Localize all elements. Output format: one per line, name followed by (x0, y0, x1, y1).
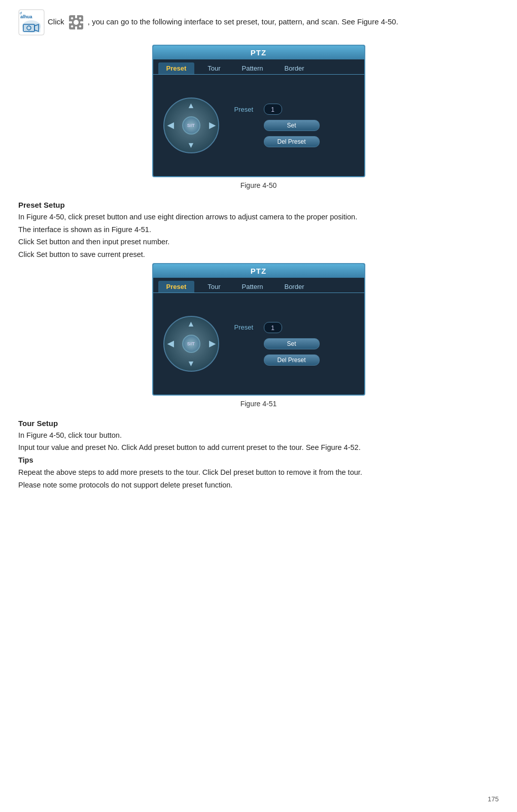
tips-label: Tips (18, 456, 33, 464)
header-text: Click , you can go to the following inte… (48, 14, 398, 30)
directional-pad-51[interactable]: ▲ ▼ ◀ ▶ SIT (163, 316, 219, 372)
preset-row-50: Preset 1 (234, 104, 354, 115)
preset-setup-line-3: Click Set button and then input preset n… (18, 236, 499, 248)
dpad-left-arrow-51[interactable]: ◀ (167, 340, 174, 348)
ptz-controls-right-51: Preset 1 Set Del Preset (234, 322, 354, 366)
svg-rect-13 (80, 21, 83, 23)
dpad-down-arrow-50[interactable]: ▼ (187, 141, 195, 149)
dpad-left-arrow-50[interactable]: ◀ (167, 121, 174, 129)
preset-label-51: Preset (234, 323, 259, 331)
preset-setup-body: In Figure 4-50, click preset button and … (18, 211, 499, 261)
ptz-controls-right-50: Preset 1 Set Del Preset (234, 104, 354, 147)
preset-setup-line-1: In Figure 4-50, click preset button and … (18, 211, 499, 223)
tour-setup-title: Tour Setup (18, 419, 499, 428)
page-number: 175 (488, 795, 499, 803)
dpad-center-btn-51[interactable]: SIT (182, 335, 200, 353)
svg-point-9 (74, 20, 79, 25)
directional-pad-50[interactable]: ▲ ▼ ◀ ▶ SIT (163, 98, 219, 153)
ptz-tab-border-50[interactable]: Border (276, 62, 312, 74)
svg-rect-11 (75, 26, 77, 29)
ptz-title-bar-51: PTZ (153, 264, 364, 278)
tour-setup-line-1: In Figure 4-50, click tour button. (18, 429, 499, 442)
figure-51-caption: Figure 4-51 (18, 400, 499, 408)
preset-row-51: Preset 1 (234, 322, 354, 333)
ptz-tab-preset-50[interactable]: Preset (158, 62, 195, 74)
dahua-logo-icon: alhua d (18, 9, 45, 36)
ptz-tab-border-51[interactable]: Border (276, 281, 312, 293)
set-button-51[interactable]: Set (264, 338, 320, 349)
ptz-tabs-50: Preset Tour Pattern Border (153, 59, 364, 75)
preset-setup-line-2: The interface is shown as in Figure 4-51… (18, 223, 499, 236)
tour-setup-line-2: Input tour value and preset No. Click Ad… (18, 441, 499, 454)
preset-setup-title: Preset Setup (18, 201, 499, 209)
ptz-tab-pattern-51[interactable]: Pattern (234, 281, 271, 293)
figure-50-dialog: PTZ Preset Tour Pattern Border ▲ ▼ ◀ ▶ S… (152, 45, 365, 177)
dpad-right-arrow-51[interactable]: ▶ (209, 340, 215, 348)
svg-rect-10 (75, 15, 77, 18)
preset-num-box-50[interactable]: 1 (264, 104, 282, 115)
set-btn-row-50: Set (234, 120, 354, 131)
dpad-down-arrow-51[interactable]: ▼ (187, 360, 195, 368)
ptz-tab-pattern-50[interactable]: Pattern (234, 62, 271, 74)
preset-label-50: Preset (234, 106, 259, 113)
ptz-tabs-51: Preset Tour Pattern Border (153, 278, 364, 293)
header-section: alhua d Click , you can go to the follow… (18, 9, 499, 36)
dpad-right-arrow-50[interactable]: ▶ (209, 121, 215, 129)
dpad-up-arrow-51[interactable]: ▲ (187, 320, 195, 328)
ptz-body-50: ▲ ▼ ◀ ▶ SIT Preset 1 Set Del Preset (153, 75, 364, 176)
del-preset-row-50: Del Preset (234, 136, 354, 147)
tips-line-2: Please note some protocols do not suppor… (18, 479, 499, 492)
svg-rect-12 (69, 21, 72, 23)
del-preset-button-50[interactable]: Del Preset (264, 136, 320, 147)
ptz-tab-tour-51[interactable]: Tour (199, 281, 228, 293)
preset-setup-line-4: Click Set button to save current preset. (18, 248, 499, 261)
ptz-body-51: ▲ ▼ ◀ ▶ SIT Preset 1 Set Del Preset (153, 293, 364, 395)
dpad-up-arrow-50[interactable]: ▲ (187, 102, 195, 110)
set-btn-row-51: Set (234, 338, 354, 349)
set-button-50[interactable]: Set (264, 120, 320, 131)
tour-setup-body: In Figure 4-50, click tour button. Input… (18, 429, 499, 492)
tips-section: Tips (18, 454, 499, 467)
svg-text:alhua: alhua (20, 14, 33, 19)
tips-line-1: Repeat the above steps to add more prese… (18, 466, 499, 479)
gear-icon (68, 14, 84, 30)
dpad-center-btn-50[interactable]: SIT (182, 116, 200, 135)
ptz-title-bar-50: PTZ (153, 46, 364, 59)
preset-num-box-51[interactable]: 1 (264, 322, 282, 333)
ptz-tab-tour-50[interactable]: Tour (199, 62, 228, 74)
figure-51-dialog: PTZ Preset Tour Pattern Border ▲ ▼ ◀ ▶ S… (152, 263, 365, 396)
del-preset-row-51: Del Preset (234, 354, 354, 366)
figure-50-caption: Figure 4-50 (18, 181, 499, 189)
ptz-tab-preset-51[interactable]: Preset (158, 281, 195, 293)
del-preset-button-51[interactable]: Del Preset (264, 354, 320, 366)
